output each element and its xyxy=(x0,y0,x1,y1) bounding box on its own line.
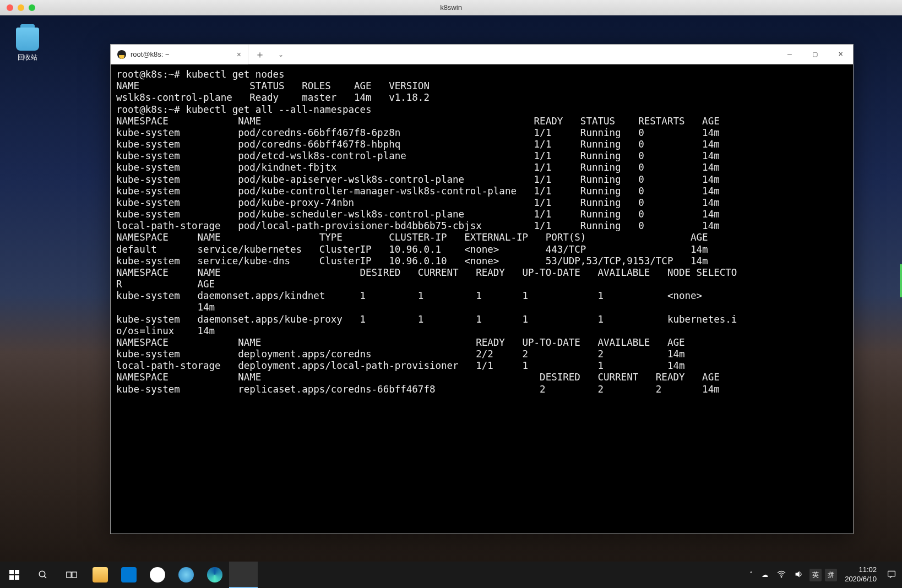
svg-rect-5 xyxy=(888,571,895,576)
terminal-line: kube-system pod/coredns-66bff467f8-hbphq… xyxy=(116,139,847,150)
tux-icon xyxy=(117,50,126,59)
svg-point-0 xyxy=(39,571,45,577)
notification-center-icon[interactable] xyxy=(884,570,899,580)
desktop-icon-recycle-bin[interactable]: 回收站 xyxy=(11,28,44,62)
ime-mode-indicator[interactable]: 拼 xyxy=(825,569,837,581)
windows-logo-icon xyxy=(9,570,19,580)
terminal-line: kube-system replicaset.apps/coredns-66bf… xyxy=(116,384,847,395)
taskbar-app-terminal[interactable] xyxy=(229,562,258,588)
terminal-line: R AGE xyxy=(116,279,847,290)
terminal-line: wslk8s-control-plane Ready master 14m v1… xyxy=(116,92,847,104)
start-button[interactable] xyxy=(0,562,29,588)
maximize-icon[interactable] xyxy=(29,4,35,11)
terminal-line: NAMESPACE NAME READY STATUS RESTARTS AGE xyxy=(116,116,847,127)
terminal-line: o/os=linux 14m xyxy=(116,325,847,337)
terminal-line: kube-system pod/kube-apiserver-wslk8s-co… xyxy=(116,174,847,186)
terminal-window: root@k8s: ~ × ＋ ⌄ ─ ▢ ✕ root@k8s:~# kube… xyxy=(110,44,854,534)
taskbar-app-edge[interactable] xyxy=(200,562,229,588)
ime-lang-indicator[interactable]: 英 xyxy=(809,569,822,581)
svg-line-1 xyxy=(44,576,46,578)
terminal-line: kube-system daemonset.apps/kindnet 1 1 1… xyxy=(116,290,847,302)
browser1-icon xyxy=(178,567,194,582)
volume-icon xyxy=(795,570,803,578)
close-button[interactable]: ✕ xyxy=(828,45,853,64)
taskbar: ˄ ☁ 英 拼 11:02 2020/6/10 xyxy=(0,562,902,588)
terminal-line: NAMESPACE NAME DESIRED CURRENT READY AGE xyxy=(116,372,847,383)
mac-titlebar: k8swin xyxy=(0,0,902,15)
terminal-body[interactable]: root@k8s:~# kubectl get nodesNAME STATUS… xyxy=(111,64,853,533)
new-tab-button[interactable]: ＋ xyxy=(248,48,271,61)
svg-rect-2 xyxy=(67,572,71,578)
terminal-line: kube-system pod/coredns-66bff467f8-6pz8n… xyxy=(116,127,847,139)
vscode-icon xyxy=(121,567,137,582)
terminal-line: kube-system pod/kube-proxy-74nbn 1/1 Run… xyxy=(116,197,847,209)
tray-wifi-icon[interactable] xyxy=(774,570,789,580)
tray-volume-icon[interactable] xyxy=(792,570,806,580)
terminal-icon xyxy=(236,567,251,582)
search-button[interactable] xyxy=(29,562,57,588)
tab-dropdown-icon[interactable]: ⌄ xyxy=(271,51,290,58)
tray-chevron-icon[interactable]: ˄ xyxy=(747,571,756,579)
recycle-bin-icon xyxy=(16,28,39,51)
terminal-line: root@k8s:~# kubectl get nodes xyxy=(116,69,847,80)
svg-rect-3 xyxy=(72,572,77,578)
terminal-line: kube-system pod/kindnet-fbjtx 1/1 Runnin… xyxy=(116,162,847,173)
terminal-line: kube-system pod/kube-scheduler-wslk8s-co… xyxy=(116,209,847,220)
wifi-icon xyxy=(777,570,786,578)
taskbar-app-vscode[interactable] xyxy=(115,562,143,588)
notifications-icon xyxy=(887,570,896,579)
terminal-line: kube-system pod/etcd-wslk8s-control-plan… xyxy=(116,150,847,162)
terminal-titlebar: root@k8s: ~ × ＋ ⌄ ─ ▢ ✕ xyxy=(111,45,853,64)
taskbar-app-browser1[interactable] xyxy=(172,562,200,588)
terminal-line: NAMESPACE NAME DESIRED CURRENT READY UP-… xyxy=(116,267,847,279)
taskbar-right: ˄ ☁ 英 拼 11:02 2020/6/10 xyxy=(747,562,902,588)
file-explorer-icon xyxy=(93,567,108,582)
edge-indicator xyxy=(900,264,902,297)
taskbar-app-explorer[interactable] xyxy=(86,562,115,588)
search-icon xyxy=(38,570,48,580)
recycle-bin-label: 回收站 xyxy=(11,53,44,62)
terminal-line: default service/kubernetes ClusterIP 10.… xyxy=(116,244,847,255)
minimize-button[interactable]: ─ xyxy=(777,45,802,64)
svg-point-4 xyxy=(781,576,782,578)
terminal-line: kube-system daemonset.apps/kube-proxy 1 … xyxy=(116,314,847,325)
tab-close-icon[interactable]: × xyxy=(237,50,241,59)
clock-date: 2020/6/10 xyxy=(845,575,877,584)
taskbar-clock[interactable]: 11:02 2020/6/10 xyxy=(840,565,881,584)
terminal-line: kube-system pod/kube-controller-manager-… xyxy=(116,186,847,197)
terminal-line: NAMESPACE NAME READY UP-TO-DATE AVAILABL… xyxy=(116,337,847,349)
terminal-line: kube-system deployment.apps/coredns 2/2 … xyxy=(116,349,847,360)
terminal-line: NAMESPACE NAME TYPE CLUSTER-IP EXTERNAL-… xyxy=(116,232,847,243)
terminal-line: kube-system service/kube-dns ClusterIP 1… xyxy=(116,255,847,267)
minimize-icon[interactable] xyxy=(18,4,24,11)
close-icon[interactable] xyxy=(7,4,13,11)
terminal-line: local-path-storage deployment.apps/local… xyxy=(116,360,847,372)
task-view-button[interactable] xyxy=(57,562,86,588)
tab-title: root@k8s: ~ xyxy=(131,50,170,58)
edge-icon xyxy=(207,567,222,582)
terminal-line: root@k8s:~# kubectl get all --all-namesp… xyxy=(116,104,847,116)
window-title: k8swin xyxy=(440,3,462,12)
tray-onedrive-icon[interactable]: ☁ xyxy=(759,571,771,579)
terminal-line: local-path-storage pod/local-path-provis… xyxy=(116,220,847,232)
taskbar-app-qq[interactable] xyxy=(143,562,172,588)
qq-icon xyxy=(150,567,165,582)
terminal-line: NAME STATUS ROLES AGE VERSION xyxy=(116,80,847,92)
terminal-line: 14m xyxy=(116,302,847,313)
task-view-icon xyxy=(66,570,77,579)
terminal-tab[interactable]: root@k8s: ~ × xyxy=(111,45,248,64)
clock-time: 11:02 xyxy=(845,565,877,575)
taskbar-left xyxy=(0,562,258,588)
maximize-button[interactable]: ▢ xyxy=(802,45,828,64)
traffic-lights xyxy=(7,4,35,11)
window-controls: ─ ▢ ✕ xyxy=(777,45,853,64)
